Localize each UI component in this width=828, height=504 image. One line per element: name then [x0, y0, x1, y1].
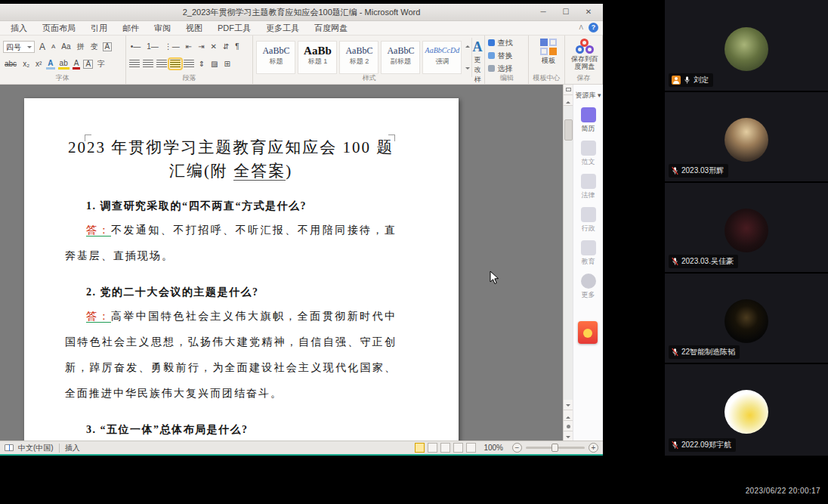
show-marks-icon[interactable]: ¶	[233, 42, 240, 51]
find-icon	[488, 39, 495, 46]
insert-mode-indicator[interactable]: 插入	[65, 443, 80, 453]
style-subtitle[interactable]: AaBbC 副标题	[381, 41, 420, 74]
strikethrough-icon[interactable]: abc	[3, 60, 18, 68]
red-packet-icon[interactable]	[578, 321, 598, 344]
decrease-indent-icon[interactable]: ⇤	[184, 42, 193, 51]
replace-button[interactable]: 替换	[488, 50, 525, 61]
superscript-icon[interactable]: x²	[34, 60, 43, 68]
document-page[interactable]: 2023 年贯彻学习主题教育应知应会 100 题 汇编(附 全答案) 1. 调查…	[24, 98, 459, 442]
arrow-up-icon	[566, 99, 570, 104]
line-spacing-icon[interactable]: ⇕	[197, 60, 206, 68]
zoom-out-button[interactable]: −	[512, 443, 522, 453]
asian-layout-icon[interactable]: ✕	[209, 42, 218, 51]
shading-icon[interactable]: ▨	[209, 60, 219, 68]
borders-icon[interactable]: ⊞	[223, 60, 232, 68]
resource-item-resume[interactable]: 简历	[573, 107, 603, 134]
scroll-down-button[interactable]	[564, 400, 573, 410]
print-layout-view-button[interactable]	[415, 443, 425, 453]
participant-tile[interactable]: 2022.09郑宇航	[665, 364, 828, 456]
phonetic-guide-icon[interactable]: 拼	[76, 42, 86, 52]
style-heading1[interactable]: AaBb 标题 1	[298, 41, 337, 74]
font-color-icon[interactable]: A	[73, 59, 81, 70]
find-button[interactable]: 查找	[488, 37, 525, 48]
spellcheck-icon[interactable]	[5, 444, 14, 451]
scrollbar-thumb[interactable]	[564, 119, 573, 141]
numbering-icon[interactable]: 1—	[145, 42, 160, 51]
maximize-button[interactable]: ☐	[555, 5, 577, 19]
style-heading2[interactable]: AaBbC 标题 2	[339, 41, 378, 74]
tab-insert[interactable]: 插入	[3, 21, 35, 36]
resource-item-more[interactable]: 更多	[573, 274, 603, 300]
zoom-in-button[interactable]: +	[589, 443, 598, 453]
tab-view[interactable]: 视图	[178, 21, 210, 36]
style-emphasis[interactable]: AaBbCcDd 强调	[422, 41, 462, 74]
close-button[interactable]: ✕	[577, 5, 600, 19]
bullets-icon[interactable]: •—	[129, 42, 143, 51]
participant-tile[interactable]: 22智能制造陈韬	[665, 274, 828, 363]
align-left-icon[interactable]	[129, 60, 140, 68]
admin-icon	[581, 207, 596, 222]
zoom-thumb[interactable]	[551, 444, 558, 452]
text-effects-icon[interactable]: A	[46, 59, 54, 70]
ruler-toggle-button[interactable]	[564, 85, 573, 95]
resource-item-essays[interactable]: 范文	[573, 141, 603, 167]
fullscreen-reading-view-button[interactable]	[428, 443, 437, 453]
vertical-scrollbar[interactable]	[563, 85, 573, 442]
font-size-select[interactable]: 四号	[3, 41, 35, 53]
outline-view-button[interactable]	[453, 443, 463, 453]
resource-item-admin[interactable]: 行政	[573, 207, 603, 233]
minimize-button[interactable]: ─	[532, 5, 555, 19]
template-button[interactable]: 模板	[532, 38, 565, 64]
gallery-down-icon	[465, 67, 470, 72]
zoom-track[interactable]	[526, 447, 585, 449]
sort-icon[interactable]: ⇵	[221, 42, 230, 51]
enclose-characters-icon[interactable]: 字	[96, 59, 107, 70]
zoom-level[interactable]: 100%	[484, 444, 503, 452]
distribute-icon[interactable]	[184, 60, 194, 68]
participant-tile[interactable]: 刘定	[665, 0, 828, 91]
participant-name-label: 刘定	[669, 73, 713, 87]
character-scale-icon[interactable]: 变	[89, 42, 100, 52]
select-browse-object-button[interactable]	[564, 421, 573, 431]
increase-indent-icon[interactable]: ⇥	[196, 42, 205, 51]
save-to-baidu-button[interactable]: 保存到百度网盘	[568, 38, 601, 70]
tab-baidu-netdisk[interactable]: 百度网盘	[307, 21, 355, 36]
participant-name-label: 2023.03邢辉	[669, 164, 728, 178]
character-border-icon[interactable]: A	[103, 42, 113, 51]
highlight-color-icon[interactable]: ab	[58, 59, 70, 70]
mouse-cursor	[490, 271, 499, 285]
tab-mailings[interactable]: 邮件	[115, 21, 147, 36]
grow-font-icon[interactable]: A	[38, 42, 47, 52]
participant-tile[interactable]: 2023.03.吴佳豪	[665, 183, 828, 272]
subscript-icon[interactable]: x₂	[21, 60, 31, 68]
scroll-up-button[interactable]	[564, 95, 573, 106]
align-right-icon[interactable]	[156, 60, 167, 68]
draft-view-button[interactable]	[466, 443, 476, 453]
select-button[interactable]: 选择	[488, 63, 525, 74]
help-icon[interactable]: ?	[589, 23, 598, 32]
previous-page-button[interactable]	[564, 410, 573, 421]
change-case-icon[interactable]: Aa	[60, 42, 72, 51]
resource-item-education[interactable]: 教育	[573, 240, 603, 267]
align-center-icon[interactable]	[143, 60, 153, 68]
resource-panel-title[interactable]: 资源库 ▾	[573, 85, 603, 100]
participant-name-label: 2023.03.吴佳豪	[669, 255, 738, 268]
tab-page-layout[interactable]: 页面布局	[35, 21, 83, 36]
tab-review[interactable]: 审阅	[147, 21, 178, 36]
collapse-ribbon-icon[interactable]: ᐱ	[579, 24, 583, 31]
select-icon	[488, 65, 495, 72]
character-shading-icon[interactable]: A	[83, 60, 93, 69]
resource-item-law[interactable]: 法律	[573, 174, 603, 200]
justify-icon[interactable]	[170, 60, 181, 68]
style-heading[interactable]: AaBbC 标题	[256, 41, 295, 74]
web-layout-view-button[interactable]	[440, 443, 450, 453]
tab-pdf-tools[interactable]: PDF工具	[210, 21, 258, 36]
change-styles-button[interactable]: A 更改样式	[471, 38, 482, 77]
language-indicator[interactable]: 中文(中国)	[18, 443, 54, 453]
tab-references[interactable]: 引用	[83, 21, 115, 36]
multilevel-list-icon[interactable]: ⋮—	[163, 42, 181, 51]
style-gallery-scroll[interactable]	[464, 41, 471, 74]
shrink-font-icon[interactable]: A	[50, 43, 57, 50]
participant-tile[interactable]: 2023.03邢辉	[665, 92, 828, 181]
tab-more-tools[interactable]: 更多工具	[258, 21, 307, 36]
